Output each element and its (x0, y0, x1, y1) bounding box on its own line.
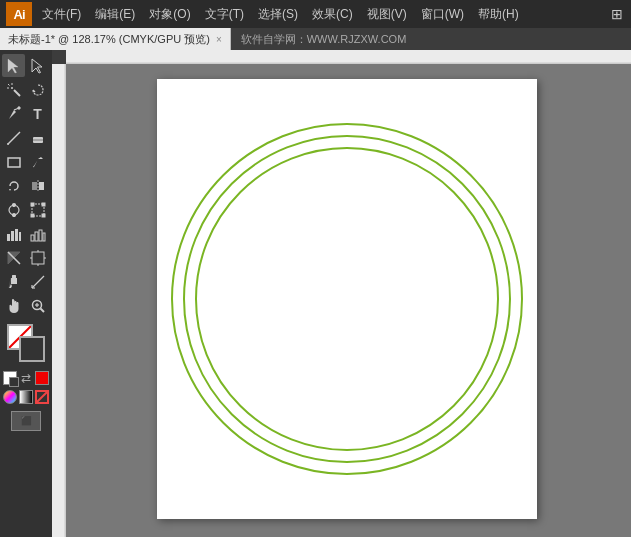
eyedropper-tool-button[interactable] (2, 270, 25, 293)
tab-right-info: 软件自学网：WWW.RJZXW.COM (231, 32, 417, 47)
rectangle-tool-button[interactable] (2, 150, 25, 173)
menu-edit[interactable]: 编辑(E) (89, 4, 141, 25)
hand-tool-button[interactable] (2, 294, 25, 317)
svg-rect-13 (8, 158, 20, 167)
title-bar: Ai 文件(F) 编辑(E) 对象(O) 文字(T) 选择(S) 效果(C) 视… (0, 0, 631, 28)
ruler-corner (52, 50, 66, 64)
artboard-tool-button[interactable] (26, 246, 49, 269)
svg-point-3 (11, 87, 13, 89)
svg-rect-41 (11, 278, 17, 284)
svg-rect-22 (42, 203, 45, 206)
svg-point-19 (12, 213, 15, 216)
menu-view[interactable]: 视图(V) (361, 4, 413, 25)
screen-mode-row: ⬛ (11, 411, 41, 431)
tool-row-line (2, 126, 50, 149)
paintbrush-tool-button[interactable] (26, 150, 49, 173)
free-transform-button[interactable] (26, 198, 49, 221)
svg-rect-16 (39, 182, 44, 190)
graph-tool-button[interactable] (2, 222, 25, 245)
ruler-left (52, 64, 66, 537)
toolbar: T (0, 50, 52, 537)
svg-line-9 (8, 132, 20, 144)
svg-line-6 (8, 84, 10, 86)
pen-tool-button[interactable] (2, 102, 25, 125)
tab-label: 未标题-1* @ 128.17% (CMYK/GPU 预览) (8, 32, 210, 47)
color-mode-icon[interactable] (3, 390, 17, 404)
magic-wand-tool-button[interactable] (2, 78, 25, 101)
swap-colors-icon[interactable]: ⇄ (19, 371, 33, 385)
svg-rect-28 (19, 232, 21, 241)
selection-tool-button[interactable] (2, 54, 25, 77)
tool-row-graph (2, 222, 50, 245)
inner-circle[interactable] (196, 148, 498, 450)
main-area: T (0, 50, 631, 537)
svg-line-44 (32, 276, 44, 288)
fill-stroke-indicator (7, 324, 45, 362)
svg-rect-35 (32, 252, 44, 264)
tool-row-rotate (2, 174, 50, 197)
ai-logo: Ai (6, 2, 32, 26)
no-color-icon[interactable] (35, 390, 49, 404)
tool-row-wand (2, 78, 50, 101)
menu-window[interactable]: 窗口(W) (415, 4, 470, 25)
svg-rect-31 (39, 230, 42, 241)
svg-rect-15 (32, 182, 37, 190)
default-colors-icon[interactable] (3, 371, 17, 385)
svg-rect-23 (31, 214, 34, 217)
svg-marker-1 (32, 59, 42, 73)
workspace-switcher-icon[interactable]: ⊞ (609, 4, 625, 24)
svg-marker-14 (9, 189, 11, 191)
svg-point-10 (7, 143, 9, 145)
none-icon[interactable] (35, 371, 49, 385)
scale-tool-button[interactable] (26, 174, 49, 197)
gradient-mode-icon[interactable] (19, 390, 33, 404)
tool-row-eyedropper (2, 270, 50, 293)
outer-circle[interactable] (172, 124, 522, 474)
svg-rect-30 (35, 232, 38, 241)
lasso-tool-button[interactable] (26, 78, 49, 101)
zoom-tool-button[interactable] (26, 294, 49, 317)
circle-drawing (157, 79, 537, 519)
tool-row-rect (2, 150, 50, 173)
column-graph-tool-button[interactable] (26, 222, 49, 245)
svg-marker-0 (8, 59, 18, 73)
tool-row-warp (2, 198, 50, 221)
menu-file[interactable]: 文件(F) (36, 4, 87, 25)
menu-object[interactable]: 对象(O) (143, 4, 196, 25)
svg-point-8 (17, 106, 19, 108)
svg-rect-29 (31, 235, 34, 241)
artboard (157, 79, 537, 519)
color-mode-row (3, 390, 49, 404)
slice-tool-button[interactable] (2, 246, 25, 269)
svg-rect-40 (12, 275, 16, 278)
svg-point-18 (12, 203, 15, 206)
menu-effect[interactable]: 效果(C) (306, 4, 359, 25)
stroke-swatch[interactable] (19, 336, 45, 362)
svg-rect-25 (7, 234, 10, 241)
eraser-tool-button[interactable] (26, 126, 49, 149)
menu-type[interactable]: 文字(T) (199, 4, 250, 25)
tool-row-pen: T (2, 102, 50, 125)
screen-mode-button[interactable]: ⬛ (11, 411, 41, 431)
tool-row-selection (2, 54, 50, 77)
warp-tool-button[interactable] (2, 198, 25, 221)
direct-selection-tool-button[interactable] (26, 54, 49, 77)
tab-bar: 未标题-1* @ 128.17% (CMYK/GPU 预览) × 软件自学网：W… (0, 28, 631, 50)
menu-select[interactable]: 选择(S) (252, 4, 304, 25)
menu-help[interactable]: 帮助(H) (472, 4, 525, 25)
svg-line-2 (14, 90, 20, 96)
svg-rect-27 (15, 229, 18, 241)
measure-tool-button[interactable] (26, 270, 49, 293)
type-tool-button[interactable]: T (26, 102, 49, 125)
document-tab[interactable]: 未标题-1* @ 128.17% (CMYK/GPU 预览) × (0, 28, 231, 50)
tab-close-button[interactable]: × (216, 34, 222, 45)
svg-rect-26 (11, 231, 14, 241)
menu-bar: 文件(F) 编辑(E) 对象(O) 文字(T) 选择(S) 效果(C) 视图(V… (36, 4, 605, 25)
rotate-tool-button[interactable] (2, 174, 25, 197)
line-tool-button[interactable] (2, 126, 25, 149)
svg-rect-32 (43, 233, 45, 241)
svg-line-52 (37, 392, 47, 402)
svg-rect-24 (42, 214, 45, 217)
middle-circle[interactable] (184, 136, 510, 462)
tool-row-hand (2, 294, 50, 317)
